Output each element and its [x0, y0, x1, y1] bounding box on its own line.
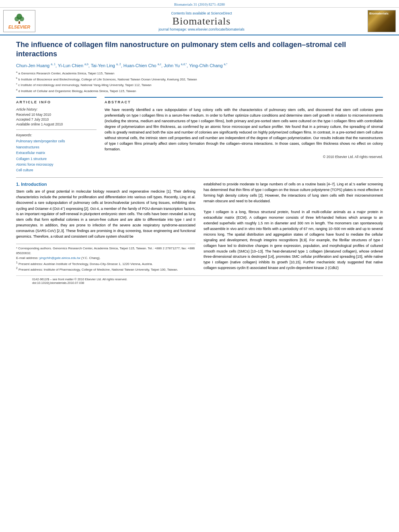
history-label: Article history:	[16, 107, 97, 111]
elsevier-logo: ELSEVIER	[3, 10, 35, 32]
journal-homepage: journal homepage: www.elsevier.com/locat…	[39, 27, 364, 31]
keyword-2: Nanostructures	[16, 144, 97, 150]
journal-reference: Biomaterials 31 (2010) 8271–8280	[0, 0, 399, 8]
journal-header: ELSEVIER Contents lists available at Sci…	[0, 8, 399, 35]
contents-text: Contents lists available at	[171, 11, 211, 15]
section-title: Introduction	[21, 182, 47, 187]
abstract-text: We have recently identified a rare subpo…	[105, 107, 383, 152]
footnote-2: 2 Present address: Institute of Pharmaco…	[16, 266, 195, 272]
footnote-corresponding: * Corresponding authors. Genomics Resear…	[16, 246, 195, 256]
journal-ref-text: Biomaterials 31 (2010) 8271–8280	[174, 2, 225, 6]
abstract-copyright: © 2010 Elsevier Ltd. All rights reserved…	[105, 155, 383, 159]
affiliation-a: a a Genomics Research Center, Academia S…	[16, 70, 383, 76]
online-date: Available online 1 August 2010	[16, 122, 97, 126]
introduction-heading: 1. Introduction	[16, 182, 195, 187]
sciencedirect-link[interactable]: ScienceDirect	[211, 11, 232, 15]
journal-title: Biomaterials	[39, 15, 364, 27]
footnote-email: E-mail address: yingchih@gate.ainica.edu…	[16, 256, 195, 261]
accepted-date: Accepted 7 July 2010	[16, 117, 97, 121]
abstract-label: ABSTRACT	[105, 100, 383, 104]
journal-center: Contents lists available at ScienceDirec…	[39, 11, 364, 31]
received-date: Received 10 May 2010	[16, 113, 97, 117]
article-info-label: ARTICLE INFO	[16, 100, 97, 104]
keyword-1: Pulmonary stem/progenitor cells	[16, 138, 97, 144]
article-info-abstract: ARTICLE INFO Article history: Received 1…	[16, 97, 383, 173]
intro-left-col: 1. Introduction Stem cells are of great …	[16, 182, 195, 272]
svg-point-1	[14, 16, 19, 21]
footnotes: * Corresponding authors. Genomics Resear…	[16, 244, 195, 272]
info-divider	[16, 129, 97, 130]
authors-line: Chun-Jen Huang a, 1, Yi-Lun Chien a,b, T…	[16, 63, 383, 68]
journal-logo-right: Biomaterials	[368, 10, 396, 32]
author-yilun: Yi-Lun Chien a,b,	[58, 63, 91, 68]
author-chunjien: Chun-Jen Huang a, 1,	[16, 63, 58, 68]
author-huanchien: Huan-Chien Cho a,c,	[123, 63, 164, 68]
section-divider	[16, 177, 383, 178]
affiliations: a a Genomics Research Center, Academia S…	[16, 70, 383, 94]
keyword-3: Extracellular matrix	[16, 150, 97, 156]
doi-text: doi:10.1016/j.biomaterials.2010.07.038	[32, 281, 84, 285]
keyword-6: Cell culture	[16, 167, 97, 173]
abstract-column: ABSTRACT We have recently identified a r…	[105, 97, 383, 173]
keyword-4: Collagen 1 structure	[16, 156, 97, 162]
elsevier-tree-icon	[14, 13, 25, 25]
author-taiyen: Tai-Yen Ling a, 2,	[91, 63, 123, 68]
affiliation-c: c c Institute of microbiology and immuno…	[16, 82, 383, 88]
author-yingchih: Ying-Chih Chang a,*	[189, 63, 227, 68]
article-content: The influence of collagen film nanostruc…	[0, 35, 399, 290]
section-number: 1.	[16, 182, 20, 187]
article-info-column: ARTICLE INFO Article history: Received 1…	[16, 97, 97, 173]
keyword-5: Atomic force microscopy	[16, 162, 97, 167]
keywords-list: Pulmonary stem/progenitor cells Nanostru…	[16, 138, 97, 173]
svg-rect-3	[19, 21, 20, 24]
introduction-section: 1. Introduction Stem cells are of great …	[16, 182, 383, 272]
homepage-label: journal homepage:	[158, 27, 188, 31]
footnote-1: 1 Present address: Austrian Institute of…	[16, 261, 195, 267]
svg-point-2	[19, 16, 24, 21]
journal-logo-text: Biomaterials	[369, 12, 389, 15]
homepage-url[interactable]: www.elsevier.com/locate/biomaterials	[188, 27, 245, 31]
keywords-label: Keywords:	[16, 133, 97, 137]
affiliation-d: d d Institute of Cellular and Organismic…	[16, 88, 383, 94]
author-johnyu: John Yu a,d,*,	[164, 63, 189, 68]
introduction-left-text: Stem cells are of great potential in mol…	[16, 189, 195, 240]
intro-right-col: established to provide moderate to large…	[204, 182, 383, 272]
sciencedirect-line: Contents lists available at ScienceDirec…	[39, 11, 364, 15]
article-title: The influence of collagen film nanostruc…	[16, 40, 383, 59]
issn-text: 0142-9612/$ – see front matter © 2010 El…	[32, 277, 128, 281]
bottom-bar: 0142-9612/$ – see front matter © 2010 El…	[16, 275, 383, 286]
introduction-right-text: established to provide moderate to large…	[204, 182, 383, 271]
affiliation-b: b b Institute of Bioscience and Biotechn…	[16, 76, 383, 82]
